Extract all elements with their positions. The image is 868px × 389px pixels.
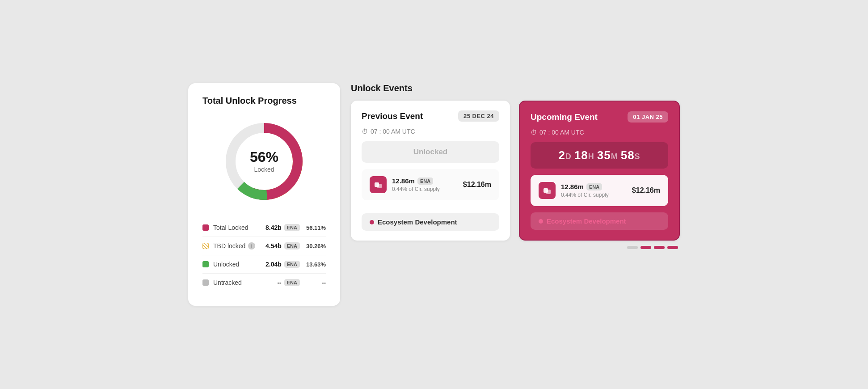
svg-rect-7 [546, 190, 551, 194]
prev-token-amount: 12.86m [392, 177, 415, 185]
unlock-events-section: Unlock Events Previous Event 25 DEC 24 ⏱… [351, 83, 680, 249]
main-container: Total Unlock Progress 56% Locked [188, 83, 680, 306]
tbd-info-icon[interactable]: i [248, 242, 255, 249]
upcoming-event-date: 01 JAN 25 [628, 111, 668, 123]
legend-rows: Total Locked 8.42b ENA 56.11% TBD locked… [202, 219, 326, 292]
page-dot-1[interactable] [627, 246, 638, 249]
legend-pct-untracked: -- [303, 279, 326, 286]
up-category-label: Ecosystem Development [547, 217, 626, 225]
previous-event-card: Previous Event 25 DEC 24 ⏱ 07 : 00 AM UT… [351, 101, 510, 241]
legend-value-untracked: -- [277, 279, 281, 286]
svg-rect-5 [377, 184, 382, 188]
previous-event-name: Previous Event [362, 111, 423, 121]
countdown-text: 2D 18H 35M 58S [558, 148, 640, 162]
countdown-days: 2 [558, 148, 565, 162]
clock-icon-upcoming: ⏱ [531, 129, 537, 136]
legend-value-unlocked: 2.04b [265, 261, 282, 268]
legend-pct-locked: 56.11% [303, 224, 326, 231]
upcoming-event-time: ⏱ 07 : 00 AM UTC [531, 129, 668, 136]
legend-row-total-locked: Total Locked 8.42b ENA 56.11% [202, 219, 326, 237]
up-cat-dot [539, 219, 543, 224]
countdown-seconds-label: S [635, 152, 640, 161]
legend-name-unlocked: Unlocked [213, 261, 265, 268]
legend-name-untracked: Untracked [213, 279, 277, 286]
clock-icon-prev: ⏱ [362, 128, 368, 135]
prev-category-button[interactable]: Ecosystem Development [362, 213, 499, 231]
countdown-box: 2D 18H 35M 58S [531, 142, 668, 169]
legend-value-locked: 8.42b [265, 224, 282, 231]
legend-badge-untracked: ENA [284, 279, 300, 286]
legend-row-untracked: Untracked -- ENA -- [202, 274, 326, 292]
page-dot-4[interactable] [667, 246, 678, 249]
legend-badge-locked: ENA [284, 224, 300, 231]
prev-cat-dot [370, 220, 374, 224]
legend-name-locked: Total Locked [213, 224, 265, 231]
upcoming-event-header: Upcoming Event 01 JAN 25 [531, 111, 668, 123]
up-category-button[interactable]: Ecosystem Development [531, 212, 668, 230]
up-token-badge: ENA [586, 183, 602, 190]
prev-category-label: Ecosystem Development [378, 218, 457, 226]
prev-token-icon [370, 176, 387, 193]
legend-dot-unlocked [202, 261, 209, 267]
previous-event-header: Previous Event 25 DEC 24 [362, 110, 499, 122]
legend-pct-tbd: 30.26% [303, 243, 326, 249]
up-token-details: 12.86m ENA 0.44% of Cir. supply [561, 183, 627, 198]
countdown-hours-label: H [588, 152, 597, 161]
previous-event-date: 25 DEC 24 [458, 110, 499, 122]
legend-pct-unlocked: 13.63% [303, 261, 326, 268]
prev-token-badge: ENA [417, 178, 433, 185]
legend-row-unlocked: Unlocked 2.04b ENA 13.63% [202, 255, 326, 274]
countdown-seconds: 58 [621, 148, 635, 162]
legend-badge-unlocked: ENA [284, 261, 300, 268]
pagination-dots [351, 246, 680, 249]
countdown-hours: 18 [574, 148, 588, 162]
unlocked-status-box: Unlocked [362, 141, 499, 163]
prev-token-details: 12.86m ENA 0.44% of Cir. supply [392, 177, 458, 192]
up-token-supply: 0.44% of Cir. supply [561, 192, 627, 198]
upcoming-event-card: Upcoming Event 01 JAN 25 ⏱ 07 : 00 AM UT… [519, 101, 680, 241]
prev-token-amount-row: 12.86m ENA [392, 177, 458, 185]
total-unlock-title: Total Unlock Progress [202, 96, 326, 106]
upcoming-event-name: Upcoming Event [531, 112, 598, 122]
previous-token-info: 12.86m ENA 0.44% of Cir. supply $12.16m [362, 169, 499, 200]
legend-name-tbd: TBD locked i [213, 242, 265, 249]
legend-dot-untracked [202, 279, 209, 286]
countdown-minutes: 35 [597, 148, 611, 162]
previous-event-time: ⏱ 07 : 00 AM UTC [362, 128, 499, 135]
up-token-amount: 12.86m [561, 183, 584, 190]
up-token-icon [539, 182, 556, 199]
donut-center: 56% Locked [250, 150, 278, 173]
countdown-days-label: D [565, 152, 574, 161]
upcoming-token-info: 12.86m ENA 0.44% of Cir. supply $12.16m [531, 175, 668, 206]
total-unlock-card: Total Unlock Progress 56% Locked [188, 83, 340, 306]
legend-badge-tbd: ENA [284, 242, 300, 249]
donut-label: Locked [250, 166, 278, 173]
prev-token-usd: $12.16m [463, 181, 491, 189]
page-dot-2[interactable] [640, 246, 651, 249]
donut-percent: 56% [250, 150, 278, 164]
legend-dot-locked [202, 224, 209, 231]
events-row: Previous Event 25 DEC 24 ⏱ 07 : 00 AM UT… [351, 101, 680, 241]
up-token-amount-row: 12.86m ENA [561, 183, 627, 190]
page-dot-3[interactable] [654, 246, 665, 249]
prev-token-supply: 0.44% of Cir. supply [392, 186, 458, 192]
legend-dot-tbd [202, 243, 209, 249]
countdown-minutes-label: M [611, 152, 621, 161]
up-token-usd: $12.16m [632, 186, 660, 194]
unlock-events-title: Unlock Events [351, 83, 680, 93]
legend-value-tbd: 4.54b [265, 242, 282, 249]
legend-row-tbd: TBD locked i 4.54b ENA 30.26% [202, 237, 326, 255]
donut-chart-wrap: 56% Locked [202, 117, 326, 206]
